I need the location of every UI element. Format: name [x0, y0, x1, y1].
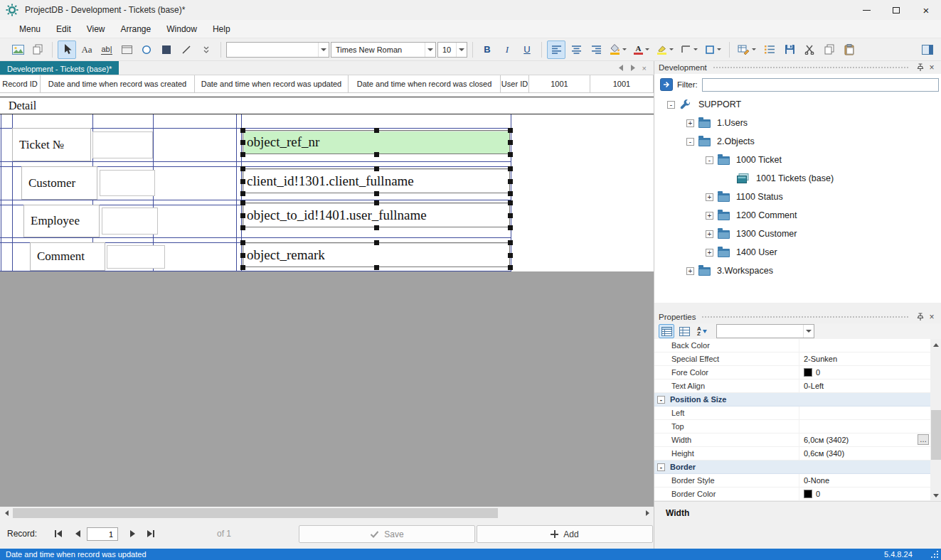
tree-item[interactable]: +1400 User — [654, 243, 941, 262]
tree-expander[interactable]: + — [706, 230, 713, 238]
record-number-input[interactable] — [87, 527, 118, 541]
property-value[interactable]: 0-None — [799, 474, 930, 487]
detail-band[interactable]: Detail — [0, 97, 654, 114]
property-row[interactable]: Back Color — [654, 339, 930, 352]
selection-handle[interactable] — [508, 225, 513, 230]
tree-item[interactable]: +3.Workspaces — [654, 262, 941, 280]
tree-expander[interactable]: + — [706, 193, 713, 201]
property-category[interactable]: -Position & Size — [654, 393, 930, 406]
dropdown-arrow-icon[interactable] — [693, 48, 698, 50]
menu-item-arrange[interactable]: Arrange — [113, 21, 159, 37]
pin-icon[interactable] — [915, 62, 926, 73]
panel-close-icon[interactable]: × — [926, 311, 937, 323]
designer-empty-cell[interactable] — [107, 245, 165, 269]
selection-handle[interactable] — [374, 128, 379, 133]
panel-drag-handle[interactable] — [713, 66, 909, 70]
designer-empty-cell[interactable] — [100, 170, 155, 196]
scroll-up-button[interactable] — [930, 339, 941, 350]
tree-expander[interactable]: - — [686, 138, 694, 146]
selection-handle[interactable] — [240, 191, 245, 196]
font-color-button[interactable]: A — [631, 41, 652, 59]
first-record-button[interactable] — [50, 525, 67, 542]
property-value[interactable]: 0 — [799, 366, 930, 379]
designer-label[interactable]: Employee — [23, 205, 100, 237]
selection-handle[interactable] — [240, 179, 245, 184]
combo-arrow-icon[interactable] — [318, 43, 329, 57]
selection-handle[interactable] — [508, 166, 513, 171]
image-tool-button[interactable] — [9, 41, 27, 59]
selection-handle[interactable] — [240, 200, 245, 205]
designer-field[interactable]: client_id!1301.client_fullname — [243, 168, 510, 193]
menu-item-edit[interactable]: Edit — [48, 21, 79, 37]
designer-empty-cell[interactable] — [92, 131, 153, 158]
property-object-combo[interactable] — [716, 324, 814, 338]
property-row[interactable]: Special Effect2-Sunken — [654, 352, 930, 366]
fill-color-button[interactable] — [607, 41, 629, 59]
combo-arrow-icon[interactable] — [803, 325, 814, 338]
designer-label[interactable]: Ticket № — [12, 128, 91, 161]
tree-item[interactable]: -SUPPORT — [654, 95, 941, 114]
tab-development-tickets[interactable]: Development - Tickets (base)* — [0, 61, 119, 75]
tree-expander[interactable]: - — [706, 156, 713, 164]
option-tool-button[interactable] — [137, 41, 156, 59]
pin-icon[interactable] — [915, 311, 926, 323]
selection-handle[interactable] — [508, 200, 513, 205]
menu-item-view[interactable]: View — [79, 21, 113, 37]
category-expander[interactable]: - — [657, 463, 665, 471]
field-list-button[interactable] — [760, 41, 779, 59]
scroll-right-button[interactable] — [641, 507, 654, 519]
scrollbar-thumb[interactable] — [931, 410, 941, 460]
cut-button[interactable] — [800, 41, 819, 59]
selection-handle[interactable] — [240, 225, 245, 230]
copy-button[interactable] — [820, 41, 839, 59]
property-row[interactable]: Border Color0 — [654, 488, 930, 501]
property-value[interactable] — [799, 339, 930, 352]
selection-handle[interactable] — [508, 152, 513, 157]
selection-handle[interactable] — [240, 253, 245, 258]
selection-handle[interactable] — [508, 128, 513, 133]
menu-item-help[interactable]: Help — [205, 21, 238, 37]
selection-handle[interactable] — [374, 152, 379, 157]
table-edit-button[interactable] — [735, 41, 759, 59]
selection-handle[interactable] — [508, 179, 513, 184]
toggle-panel-button[interactable] — [918, 41, 937, 59]
tree-item[interactable]: -2.Objects — [654, 132, 941, 151]
property-value[interactable]: 0 — [799, 488, 930, 500]
tree-expander[interactable]: + — [686, 267, 694, 275]
selection-handle[interactable] — [240, 166, 245, 171]
vertical-scrollbar[interactable] — [930, 339, 941, 501]
property-value[interactable]: 0,6см (340) — [799, 447, 930, 460]
dropdown-arrow-icon[interactable] — [622, 48, 627, 50]
more-tools-button[interactable] — [197, 41, 216, 59]
dropdown-arrow-icon[interactable] — [717, 48, 721, 50]
designer-column-header[interactable]: User ID — [501, 75, 529, 92]
tree-item[interactable]: +1100 Status — [654, 188, 941, 206]
scroll-down-button[interactable] — [930, 490, 941, 501]
property-row[interactable]: Left — [654, 406, 930, 420]
tab-scroll-left-button[interactable] — [618, 65, 624, 71]
property-value[interactable] — [799, 420, 930, 433]
selection-handle[interactable] — [240, 152, 245, 157]
font-size-combo[interactable]: 10 — [437, 42, 467, 58]
properties-panel-header[interactable]: Properties × — [654, 311, 941, 323]
combo-arrow-icon[interactable] — [456, 43, 467, 57]
property-row[interactable]: Border Style0-None — [654, 474, 930, 488]
save-record-button[interactable]: Save — [299, 525, 475, 543]
filter-apply-button[interactable] — [660, 78, 673, 91]
tree-item[interactable]: -1000 Ticket — [654, 151, 941, 169]
filter-input[interactable] — [702, 78, 939, 92]
tab-close-button[interactable]: × — [642, 64, 647, 72]
button-tool-button[interactable] — [157, 41, 176, 59]
panel-drag-handle[interactable] — [701, 316, 909, 319]
menu-item-menu[interactable]: Menu — [11, 21, 48, 37]
previous-record-button[interactable] — [69, 525, 86, 542]
designer-column-header[interactable]: 1001 — [590, 75, 654, 92]
property-value[interactable]: 6,0см (3402) — [799, 434, 930, 446]
dropdown-arrow-icon[interactable] — [752, 48, 756, 50]
designer-label[interactable]: Customer — [21, 166, 97, 200]
designer-field[interactable]: object_remark — [243, 242, 510, 267]
selection-handle[interactable] — [508, 213, 513, 218]
selection-handle[interactable] — [508, 253, 513, 258]
frame-tool-button[interactable] — [117, 41, 136, 59]
selection-handle[interactable] — [374, 191, 379, 196]
